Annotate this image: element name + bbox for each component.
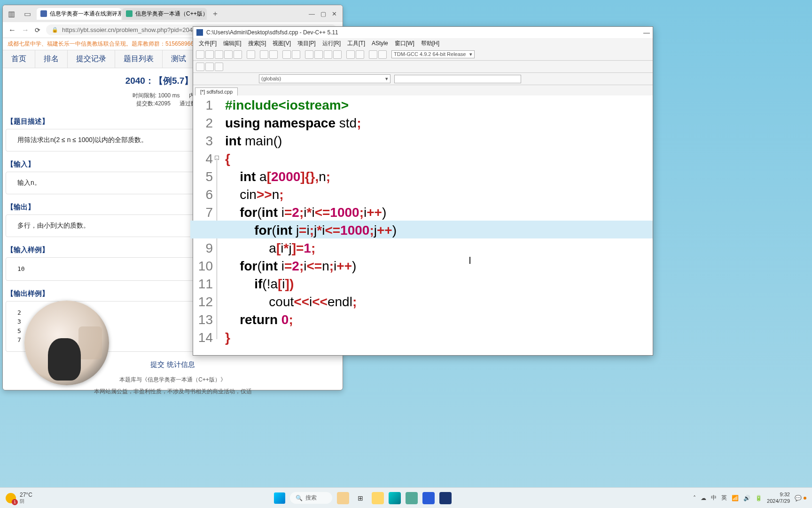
- replace-icon[interactable]: [292, 50, 300, 59]
- chevron-up-icon[interactable]: ˄: [693, 495, 696, 501]
- file-tab[interactable]: [*] sdfsfsd.cpp: [195, 87, 238, 95]
- onedrive-icon[interactable]: ☁: [701, 495, 706, 501]
- open-file-icon[interactable]: [205, 50, 214, 59]
- start-button[interactable]: [274, 492, 285, 504]
- taskbar-app-explorer[interactable]: [372, 492, 384, 504]
- notification-center-icon[interactable]: 💬: [795, 495, 806, 501]
- menu-edit[interactable]: 编辑[E]: [220, 39, 244, 48]
- taskbar-search[interactable]: 🔍 搜索: [290, 492, 332, 504]
- ide-toolbar-main: TDM-GCC 4.9.2 64-bit Release ▾: [193, 48, 653, 61]
- reload-button[interactable]: ⟳: [35, 26, 40, 34]
- line-number: 6: [193, 186, 213, 204]
- battery-icon[interactable]: 🔋: [755, 495, 762, 501]
- goto-line-icon[interactable]: [215, 63, 223, 71]
- browser-tab-1[interactable]: 信息学奥赛一本通在线测评系统 ×: [37, 8, 121, 20]
- compiler-select[interactable]: TDM-GCC 4.9.2 64-bit Release ▾: [391, 50, 475, 58]
- taskbar-clock[interactable]: 9:32 2024/7/29: [767, 492, 790, 504]
- url-text: https://ybt.ssoier.cn/problem_show.php?p…: [62, 26, 196, 33]
- notification-badge: 1: [12, 499, 18, 505]
- tab-title: 信息学奥赛一本通（C++版）在: [135, 10, 207, 18]
- taskbar-app-store[interactable]: [406, 492, 418, 504]
- goto-bookmark-icon[interactable]: [196, 63, 204, 71]
- line-number: 14: [193, 329, 213, 347]
- new-file-icon[interactable]: [196, 50, 204, 59]
- nav-test[interactable]: 测试: [163, 50, 195, 68]
- line-number: 4: [193, 150, 213, 168]
- code-line: #include<iostream>: [225, 96, 653, 114]
- chevron-down-icon: ▾: [385, 76, 388, 82]
- code-line: cout<<i<<endl;: [225, 293, 653, 311]
- ime-mode[interactable]: 英: [721, 494, 727, 502]
- ide-titlebar: C:\Users\Admin\Desktop\sdfsfsd.cpp - Dev…: [193, 27, 653, 38]
- menu-window[interactable]: 窗口[W]: [392, 39, 417, 48]
- undo-icon[interactable]: [260, 50, 268, 59]
- menu-view[interactable]: 视图[V]: [270, 39, 294, 48]
- tab-strip: 信息学奥赛一本通在线测评系统 × 信息学奥赛一本通（C++版）在 × ＋: [37, 8, 306, 20]
- ime-lang[interactable]: 中: [711, 494, 717, 502]
- fold-line: [217, 160, 217, 339]
- minimize-icon[interactable]: —: [643, 29, 650, 36]
- redo-icon[interactable]: [269, 50, 278, 59]
- taskbar-app-blue[interactable]: [422, 492, 435, 504]
- save-all-icon[interactable]: [224, 50, 233, 59]
- taskbar-center: 🔍 搜索 ⊞: [36, 492, 689, 505]
- menu-tools[interactable]: 工具[T]: [344, 39, 368, 48]
- tabs-overview-icon[interactable]: ▥: [5, 7, 18, 20]
- tabs-list-icon[interactable]: ▭: [21, 7, 34, 20]
- task-view-icon[interactable]: ⊞: [354, 492, 367, 505]
- nav-problems[interactable]: 题目列表: [115, 50, 163, 68]
- footer-note-2: 本网站属公益，非盈利性质，不涉及与书相关的商业活动，仅适: [3, 386, 343, 397]
- delete-profile-icon[interactable]: [378, 50, 387, 59]
- member-select[interactable]: [394, 75, 521, 83]
- profile-icon[interactable]: [369, 50, 377, 59]
- scope-select[interactable]: (globals) ▾: [259, 74, 390, 83]
- code-line: int a[2000]{},n;: [225, 168, 653, 186]
- search-icon: 🔍: [296, 495, 303, 501]
- close-file-icon[interactable]: [234, 50, 242, 59]
- browser-tab-2[interactable]: 信息学奥赛一本通（C++版）在 ×: [122, 8, 207, 20]
- code-editor[interactable]: 1 2 3 4 5 6 7 8 9 10 11 12 13 14 - I #in…: [193, 95, 653, 355]
- run-icon[interactable]: [314, 50, 323, 59]
- rebuild-icon[interactable]: [333, 50, 342, 59]
- ide-window: C:\Users\Admin\Desktop\sdfsfsd.cpp - Dev…: [193, 26, 653, 356]
- wifi-icon[interactable]: 📶: [732, 495, 739, 501]
- menu-run[interactable]: 运行[R]: [320, 39, 344, 48]
- nav-submissions[interactable]: 提交记录: [68, 50, 115, 68]
- menu-astyle[interactable]: AStyle: [369, 39, 391, 48]
- code-lines[interactable]: I #include<iostream> using namespace std…: [222, 95, 653, 355]
- close-icon[interactable]: ✕: [332, 10, 337, 17]
- clock-time: 9:32: [767, 492, 790, 498]
- debug-icon[interactable]: [346, 50, 355, 59]
- nav-home[interactable]: 首页: [3, 50, 35, 68]
- fold-toggle-icon[interactable]: -: [215, 156, 219, 160]
- line-number: 7: [193, 204, 213, 222]
- stop-icon[interactable]: [356, 50, 364, 59]
- save-icon[interactable]: [215, 50, 223, 59]
- menu-file[interactable]: 文件[F]: [196, 39, 219, 48]
- compile-run-icon[interactable]: [324, 50, 332, 59]
- taskbar-app-creature[interactable]: [337, 492, 349, 504]
- find-icon[interactable]: [282, 50, 291, 59]
- taskbar-app-devcpp[interactable]: [439, 492, 452, 504]
- taskbar-tray: ˄ ☁ 中 英 📶 🔊 🔋 9:32 2024/7/29 💬: [693, 492, 806, 504]
- line-number: 10: [193, 257, 213, 275]
- menu-project[interactable]: 项目[P]: [295, 39, 319, 48]
- print-icon[interactable]: [247, 50, 255, 59]
- volume-icon[interactable]: 🔊: [743, 495, 750, 501]
- taskbar-weather[interactable]: 1 27°C 阴: [6, 492, 32, 505]
- nav-rank[interactable]: 排名: [35, 50, 68, 68]
- new-tab-button[interactable]: ＋: [208, 9, 223, 19]
- weather-temp: 27°C: [20, 492, 32, 498]
- compile-icon[interactable]: [305, 50, 313, 59]
- menu-help[interactable]: 帮助[H]: [418, 39, 442, 48]
- maximize-icon[interactable]: ▢: [320, 10, 326, 17]
- minimize-icon[interactable]: —: [309, 10, 315, 17]
- time-limit: 时间限制: 1000 ms: [133, 92, 180, 100]
- toggle-bookmark-icon[interactable]: [205, 63, 214, 71]
- taskbar-app-edge[interactable]: [389, 492, 401, 504]
- menu-search[interactable]: 搜索[S]: [245, 39, 269, 48]
- window-controls: — ▢ ✕: [309, 10, 341, 17]
- back-button[interactable]: ←: [8, 26, 16, 34]
- ide-window-controls: —: [643, 29, 650, 36]
- submit-count: 提交数:42095: [136, 100, 171, 108]
